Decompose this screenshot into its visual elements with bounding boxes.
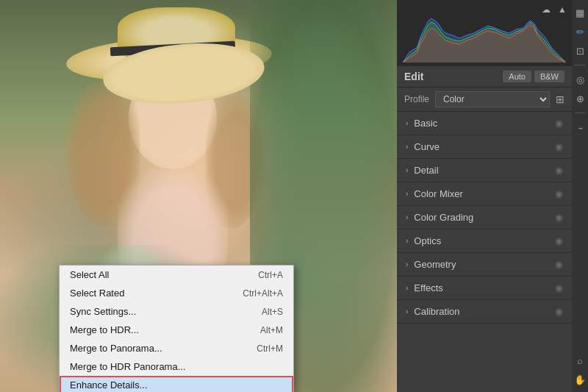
- section-calibration-left: › Calibration: [406, 306, 460, 317]
- section-color-mixer-label: Color Mixer: [414, 188, 462, 199]
- menu-item-label: Sync Settings...: [70, 306, 136, 317]
- menu-item-label: Select Rated: [70, 288, 124, 299]
- section-effects-left: › Effects: [406, 282, 443, 293]
- menu-item-select-rated[interactable]: Select Rated Ctrl+Alt+A: [60, 284, 293, 302]
- context-menu: Select All Ctrl+A Select Rated Ctrl+Alt+…: [59, 265, 294, 392]
- chevron-icon: ›: [406, 166, 408, 174]
- chevron-icon: ›: [406, 119, 408, 127]
- section-effects-eye[interactable]: ◉: [555, 282, 563, 293]
- section-color-grading-left: › Color Grading: [406, 212, 473, 223]
- hand-icon[interactable]: ✋: [573, 373, 587, 386]
- menu-item-shortcut: Ctrl+M: [257, 343, 283, 354]
- profile-row: Profile Color Adobe Standard Adobe Lands…: [397, 88, 572, 112]
- section-detail-label: Detail: [414, 165, 438, 176]
- profile-grid-icon[interactable]: ⊞: [556, 93, 564, 105]
- section-curve[interactable]: › Curve ◉: [397, 135, 572, 159]
- section-optics-left: › Optics: [406, 235, 441, 246]
- chevron-icon: ›: [406, 260, 408, 268]
- menu-item-shortcut: Ctrl+A: [258, 270, 283, 280]
- section-optics[interactable]: › Optics ◉: [397, 229, 572, 253]
- menu-item-label: Enhance Details...: [70, 379, 148, 391]
- app-window: Select All Ctrl+A Select Rated Ctrl+Alt+…: [0, 0, 588, 392]
- menu-item-shortcut: Alt+M: [260, 325, 283, 335]
- cloud-icon[interactable]: ☁: [539, 3, 553, 16]
- section-detail[interactable]: › Detail ◉: [397, 159, 572, 182]
- right-panel: ☁ ▲ Edit Auto B&W: [397, 0, 572, 392]
- section-calibration-eye[interactable]: ◉: [555, 306, 563, 317]
- section-calibration[interactable]: › Calibration ◉: [397, 300, 572, 324]
- menu-item-label: Merge to HDR Panorama...: [70, 361, 186, 372]
- section-color-grading[interactable]: › Color Grading ◉: [397, 206, 572, 229]
- auto-button[interactable]: Auto: [503, 71, 531, 82]
- section-geometry-eye[interactable]: ◉: [555, 259, 563, 270]
- chevron-icon: ›: [406, 213, 408, 221]
- right-toolbar: ▦ ✏ ⊡ ◎ ⊕ ··· ⌕ ✋: [572, 0, 588, 392]
- section-calibration-label: Calibration: [414, 306, 459, 317]
- panel-sections: › Basic ◉ › Curve ◉ › Detail: [397, 112, 572, 392]
- search-icon[interactable]: ⌕: [573, 354, 587, 367]
- section-geometry[interactable]: › Geometry ◉: [397, 253, 572, 277]
- menu-item-label: Select All: [70, 269, 109, 280]
- section-optics-label: Optics: [414, 235, 441, 246]
- chevron-icon: ›: [406, 307, 408, 316]
- menu-item-select-all[interactable]: Select All Ctrl+A: [60, 266, 293, 284]
- edit-buttons: Auto B&W: [503, 71, 564, 82]
- section-color-grading-label: Color Grading: [414, 212, 473, 223]
- section-detail-eye[interactable]: ◉: [555, 165, 563, 176]
- section-effects[interactable]: › Effects ◉: [397, 277, 572, 300]
- section-effects-label: Effects: [414, 282, 443, 293]
- edit-label: Edit: [404, 71, 423, 82]
- warning-icon: ▲: [556, 3, 569, 16]
- section-curve-left: › Curve: [406, 141, 440, 152]
- menu-item-shortcut: Ctrl+Alt+A: [243, 288, 283, 299]
- edit-row: Edit Auto B&W: [397, 66, 572, 88]
- section-curve-eye[interactable]: ◉: [555, 141, 563, 152]
- section-curve-label: Curve: [414, 141, 440, 152]
- section-basic-label: Basic: [414, 118, 437, 129]
- section-basic-eye[interactable]: ◉: [555, 118, 563, 129]
- profile-label: Profile: [404, 94, 429, 104]
- profile-select[interactable]: Color Adobe Standard Adobe Landscape: [435, 91, 550, 107]
- histogram-area: ☁ ▲: [397, 0, 572, 66]
- right-panel-wrapper: ☁ ▲ Edit Auto B&W: [397, 0, 588, 392]
- menu-item-sync-settings[interactable]: Sync Settings... Alt+S: [60, 302, 293, 321]
- redeye-tool-icon[interactable]: ⊕: [573, 92, 587, 105]
- chevron-icon: ›: [406, 284, 408, 292]
- chevron-icon: ›: [406, 143, 408, 151]
- toolbar-divider-2: [575, 113, 585, 113]
- menu-item-label: Merge to HDR...: [70, 324, 139, 335]
- section-detail-left: › Detail: [406, 165, 439, 176]
- menu-item-enhance-details[interactable]: Enhance Details...: [60, 376, 293, 392]
- menu-item-merge-hdr[interactable]: Merge to HDR... Alt+M: [60, 321, 293, 339]
- section-color-mixer-eye[interactable]: ◉: [555, 188, 563, 199]
- edit-tool-icon[interactable]: ✏: [573, 25, 587, 38]
- section-optics-eye[interactable]: ◉: [555, 235, 563, 246]
- bw-button[interactable]: B&W: [534, 71, 564, 82]
- chevron-icon: ›: [406, 237, 408, 245]
- menu-item-label: Merge to Panorama...: [70, 343, 162, 354]
- menu-item-shortcut: Alt+S: [262, 307, 283, 317]
- section-basic[interactable]: › Basic ◉: [397, 112, 572, 135]
- section-geometry-left: › Geometry: [406, 259, 456, 270]
- histogram-tool-icon[interactable]: ▦: [573, 6, 587, 19]
- crop-tool-icon[interactable]: ⊡: [573, 44, 587, 57]
- toolbar-divider-1: [575, 65, 585, 65]
- section-basic-left: › Basic: [406, 118, 437, 129]
- menu-item-merge-panorama[interactable]: Merge to Panorama... Ctrl+M: [60, 339, 293, 357]
- ellipsis-icon[interactable]: ···: [573, 121, 587, 134]
- section-geometry-label: Geometry: [414, 259, 456, 270]
- menu-item-merge-hdr-panorama[interactable]: Merge to HDR Panorama...: [60, 357, 293, 376]
- section-color-mixer[interactable]: › Color Mixer ◉: [397, 182, 572, 206]
- section-color-mixer-left: › Color Mixer: [406, 188, 463, 199]
- section-color-grading-eye[interactable]: ◉: [555, 212, 563, 223]
- masking-tool-icon[interactable]: ◎: [573, 73, 587, 86]
- photo-area: Select All Ctrl+A Select Rated Ctrl+Alt+…: [0, 0, 397, 392]
- chevron-icon: ›: [406, 190, 408, 198]
- histogram-top-icons: ☁ ▲: [539, 3, 569, 16]
